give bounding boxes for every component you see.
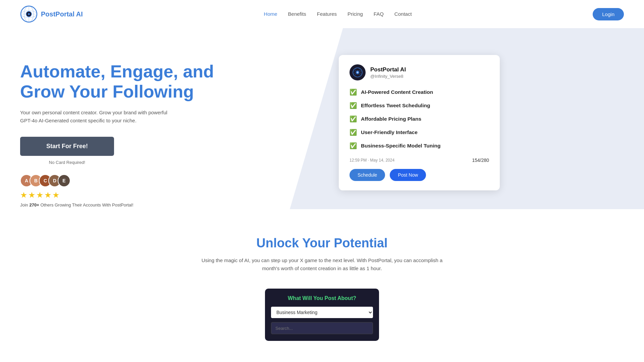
- check-icon: ✅: [350, 142, 357, 149]
- social-proof-count: 270+: [29, 202, 39, 207]
- feature-item-1: ✅ AI-Powered Content Creation: [350, 88, 489, 96]
- card-count: 154/280: [472, 158, 489, 163]
- dark-card-preview: What Will You Post About? Business Marke…: [265, 289, 379, 341]
- star-rating: ★★★★★: [20, 190, 215, 200]
- nav-home[interactable]: Home: [264, 11, 277, 17]
- feature-item-3: ✅ Affordable Pricing Plans: [350, 115, 489, 123]
- feature-label-3: Affordable Pricing Plans: [361, 116, 421, 122]
- feature-item-5: ✅ Business-Specific Model Tuning: [350, 142, 489, 149]
- nav-features[interactable]: Features: [317, 11, 337, 17]
- card-header: PostPortal AI @Infinity_Verse8: [350, 64, 489, 80]
- hero-title: Automate, Engage, and Grow Your Followin…: [20, 62, 215, 102]
- dark-card-title-prefix: What Will You: [288, 295, 324, 301]
- navbar: PostPortal AI Home Benefits Features Pri…: [0, 0, 644, 28]
- card-account-name: PostPortal AI: [370, 66, 406, 73]
- social-proof-prefix: Join: [20, 202, 29, 207]
- feature-label-2: Effortless Tweet Scheduling: [361, 103, 430, 109]
- nav-faq[interactable]: FAQ: [374, 11, 384, 17]
- nav-links: Home Benefits Features Pricing FAQ Conta…: [264, 11, 412, 17]
- dark-card-title-suffix: About?: [336, 295, 356, 301]
- postnow-button[interactable]: Post Now: [390, 169, 426, 181]
- hero-subtitle: Your own personal content creator. Grow …: [20, 109, 174, 125]
- card-timestamp: 12:59 PM · May 14, 2024: [350, 158, 394, 163]
- nav-benefits[interactable]: Benefits: [288, 11, 306, 17]
- feature-item-2: ✅ Effortless Tweet Scheduling: [350, 102, 489, 109]
- card-logo-icon: [350, 64, 366, 80]
- hero-section: Automate, Engage, and Grow Your Followin…: [0, 28, 644, 209]
- nav-pricing[interactable]: Pricing: [347, 11, 363, 17]
- card-footer: 12:59 PM · May 14, 2024 154/280: [350, 158, 489, 163]
- check-icon: ✅: [350, 88, 357, 96]
- check-icon: ✅: [350, 129, 357, 136]
- card-account-info: PostPortal AI @Infinity_Verse8: [370, 66, 406, 79]
- cta-button[interactable]: Start For Free!: [20, 137, 114, 156]
- feature-label-5: Business-Specific Model Tuning: [361, 143, 440, 149]
- feature-label-4: User-Friendly Interface: [361, 129, 418, 135]
- no-card-text: No Card Required!: [20, 160, 114, 165]
- schedule-button[interactable]: Schedule: [350, 169, 385, 181]
- dark-card-title-highlight: Post: [324, 295, 336, 301]
- dark-card-title: What Will You Post About?: [271, 295, 373, 301]
- feature-list: ✅ AI-Powered Content Creation ✅ Effortle…: [350, 88, 489, 149]
- dark-card-search-input[interactable]: [271, 322, 373, 334]
- dark-card-select[interactable]: Business Marketing: [271, 307, 373, 318]
- check-icon: ✅: [350, 102, 357, 109]
- brand-name: PostPortal AI: [41, 10, 83, 18]
- avatar-group: A B C D E: [20, 174, 215, 187]
- svg-point-9: [357, 72, 358, 73]
- unlock-title: Unlock Your Potential: [20, 236, 624, 250]
- nav-contact[interactable]: Contact: [394, 11, 412, 17]
- feature-label-1: AI-Powered Content Creation: [361, 89, 433, 95]
- feature-card: PostPortal AI @Infinity_Verse8 ✅ AI-Powe…: [339, 55, 500, 190]
- social-proof-suffix: Others Growing Their Accounts With PostP…: [39, 202, 133, 207]
- unlock-section: Unlock Your Potential Using the magic of…: [0, 209, 644, 354]
- feature-item-4: ✅ User-Friendly Interface: [350, 129, 489, 136]
- unlock-subtitle: Using the magic of AI, you can step up y…: [198, 256, 446, 273]
- check-icon: ✅: [350, 115, 357, 123]
- hero-right: PostPortal AI @Infinity_Verse8 ✅ AI-Powe…: [215, 48, 624, 190]
- social-proof: Join 270+ Others Growing Their Accounts …: [20, 202, 215, 207]
- login-button[interactable]: Login: [593, 8, 624, 20]
- logo-area: PostPortal AI: [20, 5, 83, 23]
- card-actions: Schedule Post Now: [350, 169, 489, 181]
- avatar: E: [58, 174, 70, 187]
- hero-left: Automate, Engage, and Grow Your Followin…: [20, 48, 215, 207]
- brand-logo-icon: [20, 5, 38, 23]
- card-account-handle: @Infinity_Verse8: [370, 74, 406, 79]
